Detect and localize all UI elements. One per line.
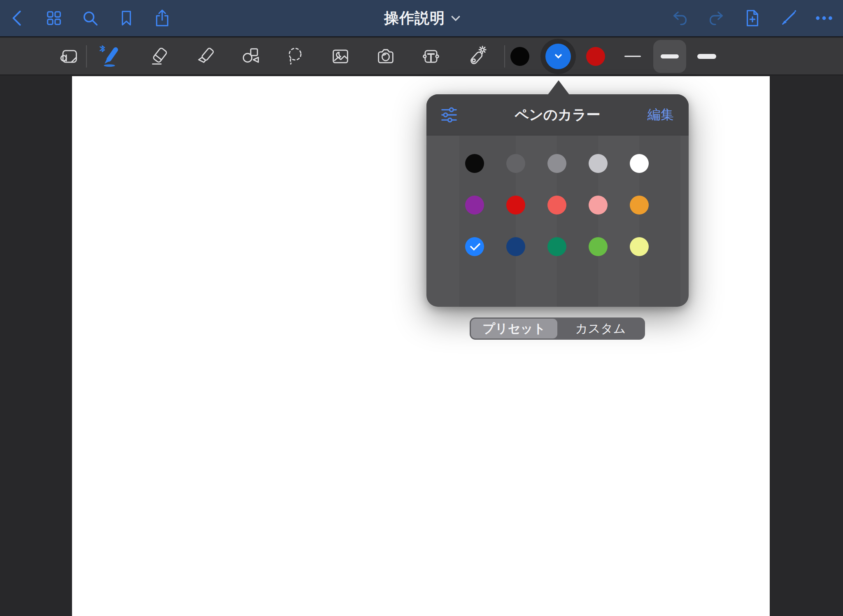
laser-pointer-icon [466, 46, 487, 67]
edit-colors-button[interactable]: 編集 [647, 106, 674, 124]
color-swatch-blue[interactable] [465, 237, 484, 256]
color-swatch-black[interactable] [465, 154, 484, 173]
color-swatch-dark-gray[interactable] [506, 154, 525, 173]
stroke-width-thick[interactable] [697, 54, 716, 59]
editing-toolbar [0, 38, 843, 75]
goodnotes-app: { "app": { "accent_blue": "#3f86f6", "na… [0, 0, 843, 616]
share-button[interactable] [152, 8, 172, 28]
color-dot-red[interactable] [586, 47, 605, 66]
chevron-down-icon [451, 12, 461, 21]
share-icon [153, 9, 172, 28]
toolbar-divider [504, 45, 505, 68]
image-icon [330, 46, 351, 67]
canvas-background [0, 76, 843, 616]
more-button[interactable] [814, 8, 834, 28]
text-icon [420, 46, 442, 67]
popover-title: ペンのカラー [515, 105, 601, 124]
laser-tool-button[interactable] [465, 45, 488, 68]
stroke-width-thin[interactable] [624, 56, 641, 57]
highlighter-tool-button[interactable] [194, 45, 217, 68]
preset-custom-tabs: プリセット カスタム [470, 317, 645, 340]
stroke-width-medium-selected[interactable] [653, 40, 686, 73]
color-swatch-red[interactable] [506, 196, 525, 215]
undo-button[interactable] [670, 8, 690, 28]
color-swatch-pale-yellow[interactable] [630, 237, 649, 256]
color-swatch-gray[interactable] [547, 154, 566, 173]
image-tool-button[interactable] [329, 45, 352, 68]
bookmark-button[interactable] [116, 8, 136, 28]
color-swatch-navy[interactable] [506, 237, 525, 256]
color-dot-blue [545, 44, 571, 69]
redo-button[interactable] [706, 8, 726, 28]
pen-slash-icon [779, 9, 798, 28]
highlighter-icon [195, 46, 217, 67]
thumbnails-icon [44, 9, 63, 28]
readonly-toggle-button[interactable] [779, 8, 799, 28]
pen-color-popover: ペンのカラー 編集 プリセット カスタム [426, 94, 689, 307]
color-swatch-purple[interactable] [465, 196, 484, 215]
color-swatch-orange[interactable] [630, 196, 649, 215]
search-icon [81, 9, 100, 28]
chevron-down-icon [554, 51, 562, 58]
color-swatch-lime-green[interactable] [589, 237, 608, 256]
thumbnails-button[interactable] [44, 8, 64, 28]
sliders-icon [440, 105, 459, 124]
pen-tool-button[interactable] [98, 45, 121, 68]
popover-arrow [547, 80, 570, 95]
stroke-width-medium-bar [661, 54, 679, 58]
eraser-icon [149, 46, 170, 67]
text-tool-button[interactable] [419, 45, 442, 68]
camera-tool-button[interactable] [374, 45, 397, 68]
popover-body: プリセット カスタム [426, 136, 689, 307]
color-dot-black[interactable] [510, 47, 529, 66]
tab-custom[interactable]: カスタム [557, 319, 644, 338]
current-color-button[interactable] [540, 39, 576, 74]
swatch-grid [454, 142, 660, 267]
redo-icon [707, 9, 726, 28]
color-swatch-light-gray[interactable] [589, 154, 608, 173]
color-swatch-green[interactable] [547, 237, 566, 256]
color-swatch-white[interactable] [630, 154, 649, 173]
eraser-tool-button[interactable] [148, 45, 171, 68]
shapes-icon [240, 46, 261, 67]
undo-icon [671, 9, 689, 28]
page-panel-icon [58, 46, 79, 67]
color-swatch-coral[interactable] [547, 196, 566, 215]
lasso-tool-button[interactable] [284, 45, 307, 68]
lasso-icon [284, 46, 306, 67]
toolbar-divider [86, 45, 87, 68]
search-button[interactable] [80, 8, 100, 28]
tab-preset[interactable]: プリセット [471, 319, 557, 338]
document-title-dropdown[interactable]: 操作説明 [384, 8, 459, 28]
back-button[interactable] [8, 8, 28, 28]
popover-header: ペンのカラー 編集 [426, 94, 689, 135]
back-icon [8, 9, 27, 28]
more-icon [815, 9, 834, 28]
pen-icon [98, 45, 121, 68]
add-page-button[interactable] [743, 8, 762, 28]
page-panel-button[interactable] [57, 45, 80, 68]
pen-settings-button[interactable] [440, 105, 459, 124]
page-title: 操作説明 [384, 8, 445, 28]
camera-icon [375, 46, 396, 67]
add-page-icon [743, 9, 762, 28]
navigation-bar: 操作説明 [0, 0, 843, 37]
bookmark-icon [117, 9, 136, 28]
shapes-tool-button[interactable] [239, 45, 262, 68]
color-swatch-pink[interactable] [589, 196, 608, 215]
bluetooth-icon [100, 46, 105, 51]
